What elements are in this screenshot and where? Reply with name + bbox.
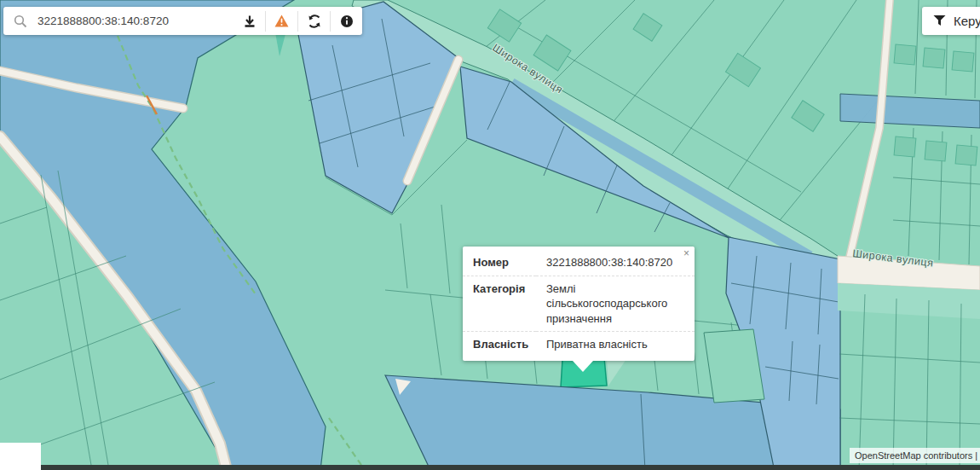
download-button[interactable]: [233, 11, 265, 32]
popup-label-number: Номер: [463, 250, 536, 276]
warning-button[interactable]: [265, 11, 297, 32]
search-bar: [3, 7, 362, 35]
search-icon: [14, 15, 27, 28]
manage-layers-button[interactable]: Керув: [922, 7, 980, 35]
refresh-button[interactable]: [297, 11, 330, 32]
popup-close-button[interactable]: ×: [683, 247, 689, 259]
popup-label-ownership: Власність: [463, 332, 536, 357]
popup-label-category: Категорія: [463, 276, 536, 332]
warning-icon: [274, 15, 289, 27]
popup-tail: [573, 361, 593, 372]
popup-value-category: Землі сільськогосподарського призначення: [536, 276, 695, 332]
manage-button-label: Керув: [954, 14, 980, 28]
popup-value-ownership: Приватна власність: [536, 332, 695, 357]
popup-row-number: Номер 3221888800:38:140:8720: [463, 250, 695, 276]
download-icon: [243, 15, 257, 28]
map-canvas[interactable]: Широка вулиця Широка вулиця: [0, 0, 980, 470]
map-bottom-strip: [0, 465, 980, 470]
corner-white-box: [0, 443, 41, 470]
info-button[interactable]: [330, 11, 362, 32]
map-attribution[interactable]: OpenStreetMap contributors |: [850, 448, 980, 463]
popup-row-ownership: Власність Приватна власність: [463, 332, 695, 357]
popup-value-number: 3221888800:38:140:8720: [536, 250, 695, 276]
info-icon: [340, 15, 354, 28]
popup-row-category: Категорія Землі сільськогосподарського п…: [463, 276, 695, 332]
filter-funnel-icon: [933, 15, 946, 26]
search-input[interactable]: [36, 14, 233, 28]
refresh-icon: [308, 15, 321, 28]
parcel-info-popup: × Номер 3221888800:38:140:8720 Категорія…: [463, 247, 695, 361]
